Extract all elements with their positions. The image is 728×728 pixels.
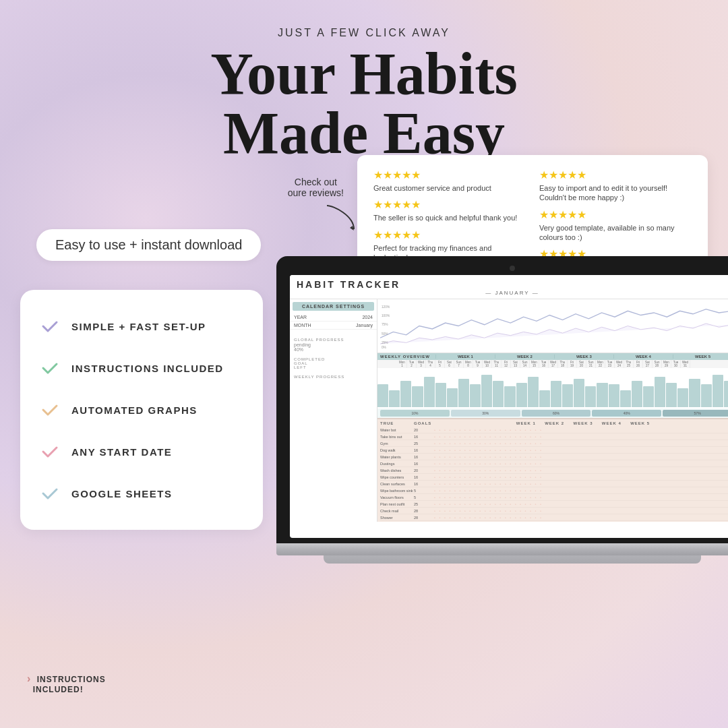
bar-item — [470, 384, 481, 407]
laptop-outer: HABIT TRACKER — JANUARY — CALENDAR SETTI… — [276, 256, 728, 564]
progress-labels: GLOBAL PROGRESS pending40% COMPLETED GOA… — [290, 335, 377, 382]
week-1-label: WEEK 1 — [435, 355, 495, 359]
bar-item — [677, 388, 688, 407]
review-stars-3: ★★★★★ — [373, 229, 526, 241]
review-stars-2: ★★★★★ — [373, 198, 526, 211]
day-cell: Sun28 — [653, 360, 662, 368]
easy-badge: Easy to use + instant download — [36, 229, 261, 261]
bar-item — [655, 377, 665, 407]
day-cell: Sat13 — [511, 360, 520, 368]
day-cell: Tue23 — [605, 360, 615, 368]
laptop: HABIT TRACKER — JANUARY — CALENDAR SETTI… — [276, 256, 728, 564]
laptop-camera — [510, 266, 515, 271]
weekly-bar-3: 60% — [522, 410, 591, 417]
sheet-header: HABIT TRACKER — JANUARY — — [290, 275, 728, 299]
goal-row: Take bins out16◦ ◦ ◦ ◦ ◦ ◦ ◦ ◦ ◦ ◦ ◦ ◦ ◦… — [380, 433, 728, 440]
goal-row: Dustings16◦ ◦ ◦ ◦ ◦ ◦ ◦ ◦ ◦ ◦ ◦ ◦ ◦ ◦ ◦ … — [380, 460, 728, 467]
laptop-bezel: HABIT TRACKER — JANUARY — CALENDAR SETTI… — [276, 256, 728, 543]
background: JUST A FEW CLICK AWAY Your Habits Made E… — [0, 0, 728, 728]
review-stars-5: ★★★★★ — [539, 208, 692, 221]
day-cell: Mon8 — [464, 360, 473, 368]
bar-item — [666, 383, 677, 407]
feature-label-5: GOOGLE SHEETS — [71, 488, 173, 499]
goals-true-col: TRUE — [380, 421, 414, 425]
goal-row: Shower28◦ ◦ ◦ ◦ ◦ ◦ ◦ ◦ ◦ ◦ ◦ ◦ ◦ ◦ ◦ ◦ … — [380, 514, 728, 521]
day-cell: Mon29 — [662, 360, 671, 368]
feature-label-3: AUTOMATED GRAPHS — [71, 404, 198, 416]
bar-item — [609, 384, 619, 407]
bar-item — [724, 381, 728, 407]
svg-text:25%: 25% — [382, 341, 388, 344]
day-cell: Sun7 — [454, 360, 464, 368]
bar-item — [597, 383, 607, 407]
bar-item — [493, 381, 504, 407]
goal-row: Wash dishes20◦ ◦ ◦ ◦ ◦ ◦ ◦ ◦ ◦ ◦ ◦ ◦ ◦ ◦… — [380, 467, 728, 474]
laptop-foot — [324, 555, 701, 564]
bar-item — [389, 390, 400, 407]
feature-item-3: AUTOMATED GRAPHS — [40, 400, 243, 419]
day-cell: Sun21 — [586, 360, 596, 368]
day-cell: Fri19 — [568, 360, 577, 368]
week-columns: WEEK 1 WEEK 2 WEEK 3 WEEK 4 WEEK 5 — [435, 355, 728, 359]
weekly-overview-label: WEEKLY OVERVIEW — [380, 355, 430, 359]
day-cell: Tue9 — [473, 360, 483, 368]
left-label: LEFT — [294, 365, 373, 369]
bar-item — [643, 386, 654, 407]
month-row: MONTH January — [290, 322, 377, 330]
goal-row: Check mail28◦ ◦ ◦ ◦ ◦ ◦ ◦ ◦ ◦ ◦ ◦ ◦ ◦ ◦ … — [380, 508, 728, 514]
line-graph: 120% 100% 75% 50% 25% 0% — [377, 299, 728, 353]
day-cell: Sat6 — [445, 360, 454, 368]
day-cell: Sat20 — [577, 360, 586, 368]
week-5-label: WEEK 5 — [673, 355, 728, 359]
day-cell: Wed24 — [615, 360, 624, 368]
cal-settings-label: CALENDAR SETTINGS — [293, 302, 374, 311]
bar-item — [574, 379, 584, 407]
goals-rows-container: Water bot20◦ ◦ ◦ ◦ ◦ ◦ ◦ ◦ ◦ ◦ ◦ ◦ ◦ ◦ ◦… — [380, 427, 728, 522]
bar-item — [504, 386, 515, 407]
goal-row: Dog walk16◦ ◦ ◦ ◦ ◦ ◦ ◦ ◦ ◦ ◦ ◦ ◦ ◦ ◦ ◦ … — [380, 447, 728, 454]
review-text-2: The seller is so quick and helpful thank… — [373, 213, 526, 222]
day-cell: Wed3 — [417, 360, 426, 368]
subtitle: JUST A FEW CLICK AWAY — [0, 27, 728, 39]
goals-goals-col: GOALS — [414, 421, 434, 425]
header-section: JUST A FEW CLICK AWAY Your Habits Made E… — [0, 0, 728, 163]
bar-chart — [377, 368, 728, 408]
weekly-progress-row: 10% 30% 60% 40% 57% — [377, 408, 728, 418]
goal-row: Clean surfaces16◦ ◦ ◦ ◦ ◦ ◦ ◦ ◦ ◦ ◦ ◦ ◦ … — [380, 481, 728, 487]
day-cell: Tue30 — [671, 360, 681, 368]
svg-text:75%: 75% — [382, 324, 388, 327]
feature-label-1: SIMPLE + FAST SET-UP — [71, 321, 206, 332]
day-cell: Fri12 — [502, 360, 511, 368]
bar-item — [528, 377, 539, 407]
goal-row: Water plants16◦ ◦ ◦ ◦ ◦ ◦ ◦ ◦ ◦ ◦ ◦ ◦ ◦ … — [380, 454, 728, 460]
goals-week-cols: WEEK 1 WEEK 2 WEEK 3 WEEK 4 WEEK 5 — [434, 421, 728, 425]
svg-text:100%: 100% — [382, 314, 390, 317]
main-title: Your Habits Made Easy — [0, 44, 728, 163]
check-icon-5 — [40, 484, 59, 503]
bar-item — [377, 384, 388, 407]
week-4-label: WEEK 4 — [613, 355, 673, 359]
day-cell: Mon22 — [596, 360, 605, 368]
bar-item — [689, 379, 700, 407]
bar-item — [481, 375, 492, 407]
goals-section: TRUE GOALS WEEK 1 WEEK 2 WEEK 3 WEEK 4 W… — [377, 418, 728, 522]
review-stars-4: ★★★★★ — [539, 169, 692, 181]
laptop-screen: HABIT TRACKER — JANUARY — CALENDAR SETTI… — [290, 275, 728, 538]
day-cell: Wed31 — [681, 360, 690, 368]
bar-item — [424, 377, 435, 407]
day-cell: Thu11 — [492, 360, 502, 368]
day-cell: Tue2 — [407, 360, 417, 368]
goal-row: Wipe counters16◦ ◦ ◦ ◦ ◦ ◦ ◦ ◦ ◦ ◦ ◦ ◦ ◦… — [380, 474, 728, 481]
review-text-5: Very good template, available in so many… — [539, 223, 692, 243]
goal-row: Plan next outfit25◦ ◦ ◦ ◦ ◦ ◦ ◦ ◦ ◦ ◦ ◦ … — [380, 501, 728, 508]
goal-row: Water bot20◦ ◦ ◦ ◦ ◦ ◦ ◦ ◦ ◦ ◦ ◦ ◦ ◦ ◦ ◦… — [380, 427, 728, 433]
day-cell: Wed17 — [549, 360, 558, 368]
arrow-small-icon: › — [27, 673, 31, 685]
weekly-bar-4: 40% — [592, 410, 661, 417]
feature-item-5: GOOGLE SHEETS — [40, 484, 243, 503]
day-cell: Tue16 — [539, 360, 549, 368]
day-cell: Thu18 — [558, 360, 568, 368]
days-cells: Mon1Tue2Wed3Thu4Fri5Sat6Sun7Mon8Tue9Wed1… — [398, 360, 728, 368]
year-row: YEAR 2024 — [290, 313, 377, 322]
bar-item — [435, 383, 446, 407]
